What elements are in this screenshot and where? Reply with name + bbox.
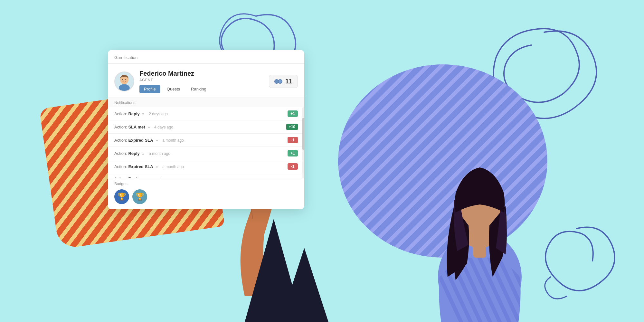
- notif-text: Action: Reply » a month ago: [114, 176, 170, 178]
- badges-row: 🏆 🏆: [114, 189, 298, 204]
- notification-row: Action: SLA met » 4 days ago +10: [108, 120, 304, 134]
- notification-row: Action: Reply » 2 days ago +1: [108, 107, 304, 120]
- background: [0, 0, 644, 322]
- gamification-panel: Gamification Federico Martinez: [108, 50, 304, 209]
- coins-badge: 11: [269, 75, 298, 88]
- profile-tabs: Profile Quests Ranking: [139, 85, 264, 93]
- svg-point-16: [122, 79, 123, 80]
- notif-badge: +10: [286, 124, 298, 130]
- coins-icon: [274, 79, 283, 84]
- tab-profile[interactable]: Profile: [139, 85, 160, 93]
- notif-text: Action: Expired SLA » a month ago: [114, 138, 184, 143]
- character-illustration: [406, 90, 554, 322]
- badge-trophy-1: 🏆: [114, 189, 129, 204]
- profile-role: AGENT: [139, 78, 264, 82]
- profile-info: Federico Martinez AGENT Profile Quests R…: [139, 70, 264, 93]
- avatar: [114, 71, 134, 91]
- scrollbar-thumb[interactable]: [302, 118, 304, 150]
- notifications-list: Action: Reply » 2 days ago +1 Action: SL…: [108, 107, 304, 178]
- notif-badge: +1: [288, 110, 298, 117]
- notif-text: Action: SLA met » 4 days ago: [114, 125, 173, 129]
- profile-name: Federico Martinez: [139, 70, 264, 77]
- notification-row: Action: Expired SLA » a month ago -1: [108, 160, 304, 173]
- mountain-right: [280, 248, 328, 322]
- notif-badge: -1: [288, 137, 298, 143]
- panel-title: Gamification: [114, 55, 137, 60]
- notif-text: Action: Reply » 2 days ago: [114, 111, 168, 116]
- avatar-image: [115, 72, 134, 91]
- badges-label: Badges: [114, 182, 298, 186]
- notif-badge: +1: [288, 150, 298, 156]
- panel-header: Gamification: [108, 50, 304, 64]
- notif-badge: -1: [288, 163, 298, 170]
- notification-row: Action: Expired SLA » a month ago -1: [108, 134, 304, 147]
- badge-trophy-2: 🏆: [132, 189, 147, 204]
- tab-ranking[interactable]: Ranking: [186, 85, 211, 93]
- svg-point-17: [125, 79, 126, 80]
- coins-count: 11: [285, 78, 292, 85]
- notif-text: Action: Expired SLA » a month ago: [114, 164, 184, 169]
- notifications-label: Notifications: [108, 98, 304, 107]
- profile-section: Federico Martinez AGENT Profile Quests R…: [108, 64, 304, 98]
- notif-text: Action: Reply » a month ago: [114, 151, 170, 156]
- badges-section: Badges 🏆 🏆: [108, 178, 304, 209]
- coin-2: [278, 79, 282, 84]
- notification-row: Action: Reply » a month ago +1: [108, 147, 304, 160]
- scrollbar-track[interactable]: [302, 107, 304, 178]
- notification-row: Action: Reply » a month ago: [108, 173, 304, 178]
- tab-quests[interactable]: Quests: [162, 85, 185, 93]
